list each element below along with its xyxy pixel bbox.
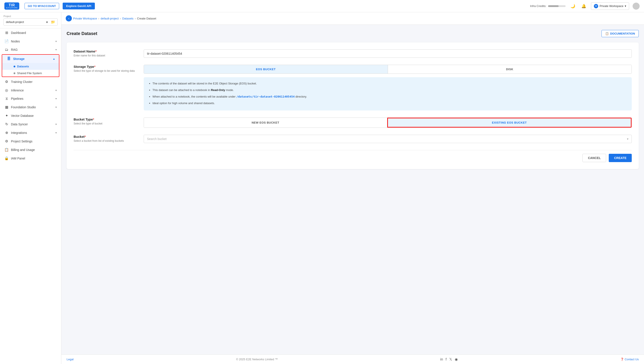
chevron-icon: ▾ <box>55 89 57 92</box>
breadcrumb-sep-3: › <box>135 17 136 20</box>
page-header: Create Dataset 📋 DOCUMENTATION <box>67 30 639 37</box>
project-select-dropdown[interactable]: default-project ▾ 📁 <box>4 18 58 26</box>
sidebar-item-storage[interactable]: 🗄 Storage ▴ <box>2 55 59 63</box>
form-row-storage-type: Storage Type* Select the type of storage… <box>74 65 632 110</box>
field-title-storage-type: Storage Type* <box>74 65 135 68</box>
form-row-dataset-name: Dataset Name* Enter name for this datase… <box>74 50 632 58</box>
sidebar-item-rag[interactable]: 🗂 RAG ▾ <box>0 46 61 54</box>
sidebar-item-iam[interactable]: 🔒 IAM Panel <box>0 154 61 162</box>
inference-icon: ◎ <box>5 88 9 92</box>
myaccount-button[interactable]: GO TO MYACCOUNT <box>25 3 59 9</box>
sidebar-item-inference[interactable]: ◎ Inference ▾ <box>0 86 61 94</box>
existing-eos-bucket-button[interactable]: EXISTING EOS BUCKET <box>387 118 632 128</box>
bucket-search-select[interactable]: Search bucket ▾ <box>144 135 632 143</box>
chevron-icon: ▾ <box>55 123 57 126</box>
contact-label: Contact Us <box>625 358 639 361</box>
infra-credits: Infra Credits: <box>530 4 566 8</box>
new-eos-bucket-button[interactable]: NEW EOS BUCKET <box>144 118 387 128</box>
storage-type-disk-button[interactable]: DISK <box>388 65 632 74</box>
facebook-icon[interactable]: f <box>446 358 447 362</box>
sidebar-item-label: Dashboard <box>11 31 26 34</box>
sidebar-item-dashboard[interactable]: ⊞ Dashboard <box>0 28 61 37</box>
theme-toggle-button[interactable]: 🌙 <box>569 2 576 10</box>
cancel-button[interactable]: CANCEL <box>582 154 606 162</box>
sidebar-item-vector-database[interactable]: ✦ Vector Database <box>0 111 61 120</box>
contact-us-link[interactable]: ❓ Contact Us <box>620 358 639 361</box>
rss-icon[interactable]: ◉ <box>455 357 458 362</box>
required-asterisk: * <box>95 50 97 53</box>
form-label-bucket-type: Bucket Type* Select the type of bucket <box>74 118 135 128</box>
sidebar-item-shared-fs[interactable]: Shared File System <box>2 70 59 76</box>
sidebar-item-integrations[interactable]: ⊕ Integrations ▾ <box>0 128 61 137</box>
create-button[interactable]: CREATE <box>609 154 632 162</box>
footer-social: in f 𝕏 ◉ <box>440 357 458 362</box>
dataset-name-input[interactable] <box>144 50 632 58</box>
twitter-x-icon[interactable]: 𝕏 <box>449 357 452 362</box>
sidebar-item-label: Nodes <box>11 40 20 43</box>
form-card: Dataset Name* Enter name for this datase… <box>67 42 639 169</box>
sidebar-item-project-settings[interactable]: ⚙ Project Settings <box>0 137 61 146</box>
info-item-2: This dataset can be attached to a notebo… <box>152 87 627 93</box>
sidebar-item-label: Foundation Studio <box>11 106 36 109</box>
sidebar-item-label: RAG <box>11 48 18 52</box>
workspace-button[interactable]: W Private Workspace ▾ <box>591 2 629 10</box>
field-desc-bucket-type: Select the type of bucket <box>74 122 135 125</box>
training-icon: ⚙ <box>5 80 9 84</box>
sidebar-item-pipelines[interactable]: ⧖ Pipelines ▾ <box>0 94 61 103</box>
sidebar-item-nodes[interactable]: 📄 Nodes ▾ <box>0 37 61 46</box>
breadcrumb-sep-1: › <box>98 17 99 20</box>
notifications-button[interactable]: 🔔 <box>580 2 587 10</box>
sidebar-item-label: Billing and Usage <box>11 148 35 152</box>
sidebar-item-billing[interactable]: 📋 Billing and Usage <box>0 146 61 154</box>
billing-icon: 📋 <box>5 148 9 152</box>
sidebar-item-foundation-studio[interactable]: ▦ Foundation Studio ▾ <box>0 103 61 111</box>
layout: Project default-project ▾ 📁 ⊞ Dashboard … <box>0 12 644 364</box>
inactive-dot-icon <box>14 72 15 74</box>
copyright: © 2025 E2E Networks Limited ™ <box>236 358 278 361</box>
workspace-icon: W <box>594 4 598 8</box>
documentation-button[interactable]: 📋 DOCUMENTATION <box>601 30 639 37</box>
avatar <box>632 2 639 10</box>
sidebar-subitem-label: Datasets <box>17 65 29 68</box>
sidebar-item-label: Vector Database <box>11 114 34 118</box>
footer: Legal © 2025 E2E Networks Limited ™ in f… <box>61 354 644 364</box>
form-label-bucket: Bucket* Select a bucket from list of exi… <box>74 135 135 143</box>
field-desc-dataset-name: Enter name for this dataset <box>74 54 135 57</box>
form-row-bucket-type: Bucket Type* Select the type of bucket N… <box>74 118 632 128</box>
legal-link[interactable]: Legal <box>67 358 74 361</box>
sidebar-nav: ⊞ Dashboard 📄 Nodes ▾ 🗂 RAG ▾ 🗄 Storage <box>0 28 61 162</box>
logo-text: TIR <box>9 3 15 7</box>
genai-button[interactable]: Explore GenAI API <box>63 2 95 10</box>
settings-icon: ⚙ <box>5 139 9 143</box>
sidebar: Project default-project ▾ 📁 ⊞ Dashboard … <box>0 12 61 364</box>
breadcrumb-project-link[interactable]: default-project <box>101 17 118 20</box>
sidebar-item-label: Data Syncer <box>11 122 28 126</box>
content-area: Create Dataset 📋 DOCUMENTATION Dataset N… <box>61 25 644 354</box>
storage-highlight: 🗄 Storage ▴ Datasets Shared File System <box>2 54 59 77</box>
sidebar-item-training-cluster[interactable]: ⚙ Training Cluster <box>0 78 61 86</box>
vector-icon: ✦ <box>5 114 9 118</box>
storage-type-eos-button[interactable]: EOS BUCKET <box>144 65 388 74</box>
storage-type-toggle-group: EOS BUCKET DISK <box>144 65 632 74</box>
breadcrumb-sep-2: › <box>120 17 121 20</box>
page-title: Create Dataset <box>67 31 97 36</box>
form-label-dataset-name: Dataset Name* Enter name for this datase… <box>74 50 135 58</box>
sidebar-item-datasets[interactable]: Datasets <box>2 63 59 70</box>
chevron-down-icon: ▾ <box>46 20 48 24</box>
sidebar-item-label: Project Settings <box>11 140 33 143</box>
search-bucket-placeholder: Search bucket <box>147 137 167 141</box>
folder-icon[interactable]: 📁 <box>51 20 55 24</box>
storage-icon: 🗄 <box>7 57 11 61</box>
linkedin-icon[interactable]: in <box>440 358 443 362</box>
doc-icon: 📋 <box>605 32 609 35</box>
active-dot-icon <box>14 66 15 68</box>
doc-label: DOCUMENTATION <box>610 32 635 35</box>
breadcrumb-workspace-link[interactable]: Private Workspace <box>73 17 97 20</box>
breadcrumb-back-button[interactable]: ‹ <box>66 15 72 22</box>
breadcrumb: ‹ Private Workspace › default-project › … <box>61 12 644 25</box>
breadcrumb-datasets-link[interactable]: Datasets <box>122 17 133 20</box>
sidebar-item-data-syncer[interactable]: ↻ Data Syncer ▾ <box>0 120 61 128</box>
chevron-up-icon: ▴ <box>53 57 55 60</box>
integrations-icon: ⊕ <box>5 130 9 135</box>
field-title-bucket: Bucket* <box>74 135 135 138</box>
